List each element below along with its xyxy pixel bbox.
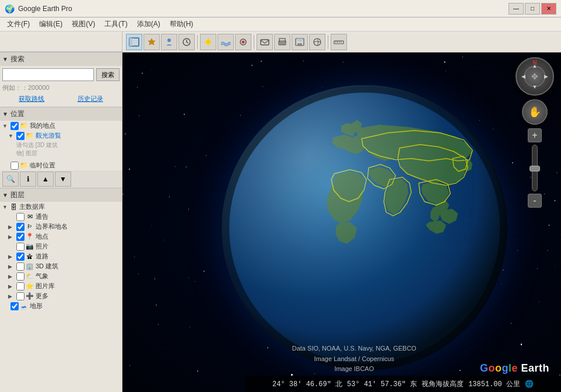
- svg-point-10: [242, 40, 245, 43]
- menu-help[interactable]: 帮助(H): [165, 18, 198, 30]
- tree-item-3d-buildings[interactable]: ▶ 🏢 3D 建筑: [0, 261, 122, 271]
- earth-view[interactable]: N ▲ ▼ ◀ ▶ ✥ ✋ + -: [122, 52, 561, 392]
- attribution-line1: Data SIO, NOAA, U.S. Navy, NGA, GEBCO: [292, 344, 416, 354]
- maximize-button[interactable]: □: [525, 3, 540, 15]
- menu-edit[interactable]: 编辑(E): [34, 18, 67, 30]
- zoom-in-button[interactable]: +: [528, 128, 542, 142]
- svg-point-2: [167, 38, 171, 42]
- toolbar-earth-view[interactable]: [126, 34, 142, 50]
- borders-arrow: ▶: [8, 224, 15, 230]
- photos-checkbox[interactable]: [16, 243, 24, 251]
- zoom-slider-thumb[interactable]: [530, 166, 540, 172]
- compass-left[interactable]: ◀: [521, 74, 525, 79]
- status-lon: 53° 41′ 57.36″ 东: [347, 379, 417, 389]
- tree-item-3d-hint: 请勾选 [3D 建筑物] 图层: [0, 141, 122, 158]
- tree-item-gallery[interactable]: ▶ ⭐ 图片库: [0, 281, 122, 291]
- toolbar-record[interactable]: [235, 34, 251, 50]
- places-down-btn[interactable]: ▼: [55, 172, 71, 187]
- toolbar-street[interactable]: [161, 34, 177, 50]
- compass-right[interactable]: ▶: [544, 74, 548, 79]
- gallery-arrow: ▶: [8, 284, 15, 289]
- menu-tools[interactable]: 工具(T): [100, 18, 132, 30]
- toolbar-map-options[interactable]: [309, 34, 325, 50]
- my-places-label: 我的地点: [30, 121, 55, 130]
- notices-icon: ✉: [26, 213, 34, 221]
- more-checkbox[interactable]: [16, 292, 24, 300]
- tree-item-main-db[interactable]: ▼ 🗄 主数据库: [0, 202, 122, 212]
- toolbar-email[interactable]: [257, 34, 273, 50]
- tree-item-notices[interactable]: ▶ ✉ 通告: [0, 212, 122, 222]
- toolbar-historical[interactable]: [178, 34, 195, 50]
- search-label: 搜索: [10, 54, 24, 64]
- notices-label: 通告: [36, 212, 48, 221]
- title-bar: 🌍 Google Earth Pro — □ ✕: [0, 0, 561, 18]
- svg-rect-17: [298, 44, 301, 45]
- tree-item-photos[interactable]: ▶ 📷 照片: [0, 242, 122, 251]
- tour-label: 觀光游覧: [36, 131, 61, 140]
- toolbar-print[interactable]: [274, 34, 290, 50]
- search-arrow: ▼: [2, 56, 8, 62]
- zoom-out-button[interactable]: -: [528, 194, 542, 208]
- close-button[interactable]: ✕: [541, 3, 556, 15]
- tree-item-weather[interactable]: ▶ ⛅ 气象: [0, 271, 122, 281]
- layers-label: 图层: [10, 190, 24, 200]
- terrain-checkbox[interactable]: [10, 302, 19, 310]
- tree-item-temp[interactable]: ▶ 📁 临时位置: [0, 160, 122, 170]
- tree-item-tour[interactable]: ▼ 📁 觀光游覧: [0, 131, 122, 141]
- notices-checkbox[interactable]: [16, 213, 24, 221]
- toolbar-save-image[interactable]: [292, 34, 308, 50]
- move-control[interactable]: ✋: [522, 99, 548, 125]
- svg-rect-14: [280, 43, 285, 44]
- menu-bar: 文件(F) 编辑(E) 视图(V) 工具(T) 添加(A) 帮助(H): [0, 18, 561, 32]
- google-earth-watermark: Google Earth: [480, 362, 549, 374]
- menu-add[interactable]: 添加(A): [132, 18, 165, 30]
- places-up-btn[interactable]: ▲: [37, 172, 54, 187]
- compass-up[interactable]: ▲: [532, 63, 538, 69]
- tree-item-roads[interactable]: ▶ 🛣 道路: [0, 251, 122, 261]
- left-panel: ▼ 搜索 搜索 例如：：200000 获取路线 历史记录 ▼ 位置 ▼: [0, 52, 122, 392]
- my-places-checkbox[interactable]: [10, 122, 19, 130]
- toolbar-ocean[interactable]: [218, 34, 234, 50]
- search-header[interactable]: ▼ 搜索: [0, 52, 122, 66]
- watermark-earth: Earth: [521, 362, 549, 374]
- toolbar-sunlight[interactable]: [200, 34, 216, 50]
- places-section: ▼ 位置 ▼ 📁 我的地点 ▼ 📁 觀光游覧 请勾选 [3D 建筑物] 图层: [0, 107, 122, 188]
- tree-item-places-layer[interactable]: ▶ 📍 地点: [0, 232, 122, 242]
- minimize-button[interactable]: —: [509, 3, 524, 15]
- tree-item-more[interactable]: ▶ ➕ 更多: [0, 291, 122, 301]
- tour-checkbox[interactable]: [16, 132, 24, 140]
- compass-down[interactable]: ▼: [532, 84, 538, 90]
- watermark-e: e: [511, 362, 518, 374]
- menu-file[interactable]: 文件(F): [2, 18, 34, 30]
- temp-icon: 📁: [20, 162, 28, 170]
- weather-checkbox[interactable]: [16, 272, 24, 281]
- gallery-checkbox[interactable]: [16, 282, 24, 290]
- toolbar-sky[interactable]: [143, 34, 160, 50]
- places-layer-label: 地点: [36, 232, 48, 241]
- toolbar-sep2: [254, 35, 254, 49]
- places-layer-checkbox[interactable]: [16, 233, 24, 241]
- places-info-btn[interactable]: ℹ: [20, 172, 36, 187]
- borders-checkbox[interactable]: [16, 223, 24, 231]
- temp-checkbox[interactable]: [10, 162, 19, 170]
- compass[interactable]: N ▲ ▼ ◀ ▶ ✥: [516, 57, 554, 96]
- main-db-label: 主数据库: [19, 202, 45, 211]
- photos-label: 照片: [36, 242, 48, 251]
- tree-item-terrain[interactable]: ▶ 🗻 地形: [0, 301, 122, 311]
- search-input[interactable]: [2, 68, 94, 81]
- places-header[interactable]: ▼ 位置: [0, 107, 122, 121]
- roads-checkbox[interactable]: [16, 253, 24, 261]
- tree-item-borders[interactable]: ▶ 🏳 边界和地名: [0, 222, 122, 232]
- menu-view[interactable]: 视图(V): [67, 18, 100, 30]
- toolbar-ruler[interactable]: [331, 34, 347, 50]
- 3d-buildings-checkbox[interactable]: [16, 262, 24, 271]
- search-button[interactable]: 搜索: [96, 68, 120, 81]
- places-arrow: ▼: [2, 111, 8, 117]
- places-search-btn[interactable]: 🔍: [2, 172, 19, 187]
- layers-header[interactable]: ▼ 图层: [0, 188, 122, 202]
- my-places-icon: 📁: [20, 122, 28, 130]
- search-section: ▼ 搜索 搜索 例如：：200000 获取路线 历史记录: [0, 52, 122, 107]
- history-link[interactable]: 历史记录: [78, 94, 103, 103]
- get-directions-link[interactable]: 获取路线: [19, 94, 44, 103]
- tree-item-my-places[interactable]: ▼ 📁 我的地点: [0, 121, 122, 131]
